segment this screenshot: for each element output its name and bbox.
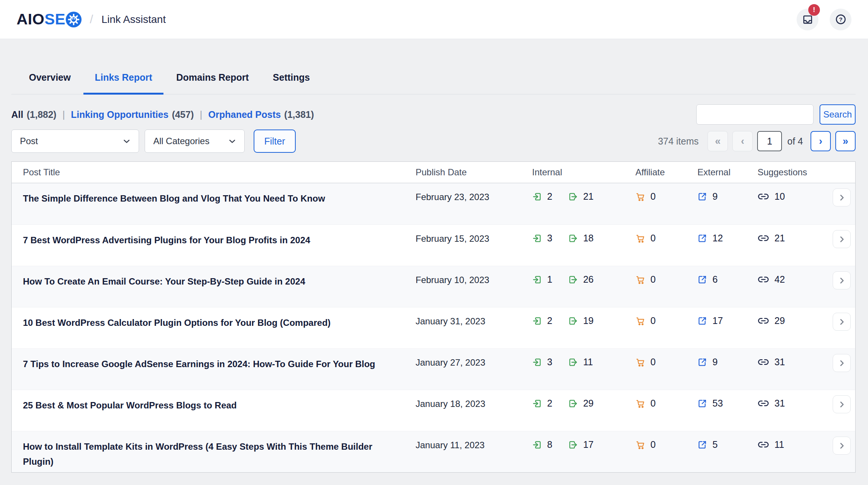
column-header-suggestions: Suggestions xyxy=(758,167,833,178)
internal-links-cell: 221 xyxy=(532,191,635,202)
external-link-icon xyxy=(697,192,707,202)
view-separator: | xyxy=(62,109,65,120)
suggestions-count: 11 xyxy=(774,439,784,450)
column-header-publish-date: Publish Date xyxy=(416,167,532,178)
affiliate-count: 0 xyxy=(650,439,656,450)
suggestions-link-icon xyxy=(758,400,769,407)
external-count: 53 xyxy=(712,398,723,409)
external-links-cell: 17 xyxy=(697,315,758,326)
suggestions-cell: 42 xyxy=(758,274,833,285)
post-title-link[interactable]: 7 Tips to Increase Google AdSense Earnin… xyxy=(12,357,416,372)
items-count: 374 items xyxy=(658,136,699,147)
column-header-external: External xyxy=(697,167,758,178)
internal-outbound-icon-pair: 19 xyxy=(568,315,594,326)
suggestions-count: 21 xyxy=(774,233,785,244)
publish-date: January 31, 2023 xyxy=(416,315,532,327)
internal-outbound-count: 26 xyxy=(583,274,594,285)
publish-date: February 10, 2023 xyxy=(416,274,532,286)
external-links-cell: 53 xyxy=(697,398,758,409)
pagination-next-button[interactable]: › xyxy=(811,131,831,151)
row-expand-button[interactable] xyxy=(833,437,851,455)
pagination-total-label: of 4 xyxy=(787,136,803,147)
search-input[interactable] xyxy=(696,104,814,125)
help-button[interactable]: ? xyxy=(830,9,851,30)
row-expand-button[interactable] xyxy=(833,271,851,289)
publish-date: February 23, 2023 xyxy=(416,191,532,203)
tab-links-report[interactable]: Links Report xyxy=(83,72,163,95)
external-count: 6 xyxy=(712,274,718,285)
suggestions-link-icon xyxy=(758,235,769,242)
svg-text:?: ? xyxy=(839,16,842,23)
suggestions-cell: 29 xyxy=(758,315,833,326)
table-row: The Simple Difference Between Blog and V… xyxy=(12,183,855,224)
post-title-link[interactable]: 7 Best WordPress Advertising Plugins for… xyxy=(12,233,416,248)
row-expand-button[interactable] xyxy=(833,188,851,206)
pagination-last-button[interactable]: » xyxy=(835,131,856,151)
search-button[interactable]: Search xyxy=(820,104,856,125)
internal-outbound-icon xyxy=(568,440,578,450)
table-row: 10 Best WordPress Calculator Plugin Opti… xyxy=(12,307,855,348)
pagination-first-button: « xyxy=(708,131,728,151)
row-expand-button[interactable] xyxy=(833,230,851,248)
pagination-page-input[interactable] xyxy=(757,131,782,151)
post-type-select[interactable]: Post xyxy=(11,130,139,153)
external-count: 17 xyxy=(712,315,723,326)
affiliate-cart-icon xyxy=(635,233,645,243)
affiliate-count: 0 xyxy=(650,357,656,368)
notification-badge: ! xyxy=(808,4,820,16)
chevron-right-icon xyxy=(838,276,846,285)
external-link-icon-pair: 6 xyxy=(697,274,718,285)
internal-inbound-count: 1 xyxy=(547,274,552,285)
internal-links-cell: 311 xyxy=(532,357,635,368)
external-link-icon xyxy=(697,440,707,450)
view-orphaned-posts-link[interactable]: Orphaned Posts xyxy=(208,109,281,120)
affiliate-cart-icon xyxy=(635,316,645,326)
internal-inbound-count: 3 xyxy=(547,233,552,244)
suggestions-cell: 11 xyxy=(758,439,833,450)
suggestions-link-icon-pair: 31 xyxy=(758,357,785,368)
gear-logo-icon xyxy=(66,12,82,27)
chevron-right-icon xyxy=(838,400,846,409)
category-select[interactable]: All Categories xyxy=(145,130,245,153)
view-linking-opportunities-count: (457) xyxy=(172,109,194,120)
post-title-link[interactable]: 25 Best & Most Popular WordPress Blogs t… xyxy=(12,398,416,413)
internal-outbound-count: 11 xyxy=(583,357,593,368)
affiliate-links-cell: 0 xyxy=(635,315,697,326)
tab-overview[interactable]: Overview xyxy=(18,72,82,95)
post-title-link[interactable]: The Simple Difference Between Blog and V… xyxy=(12,191,416,206)
table-header-row: Post Title Publish Date Internal Affilia… xyxy=(12,162,855,183)
internal-inbound-icon-pair: 2 xyxy=(532,315,552,326)
post-title-link[interactable]: How to Install Template Kits in WordPres… xyxy=(12,439,416,469)
affiliate-count: 0 xyxy=(650,398,656,409)
table-row: How to Install Template Kits in WordPres… xyxy=(12,431,855,472)
table-row: 25 Best & Most Popular WordPress Blogs t… xyxy=(12,390,855,431)
filter-button[interactable]: Filter xyxy=(254,130,296,153)
internal-links-cell: 126 xyxy=(532,274,635,285)
view-linking-opportunities-link[interactable]: Linking Opportunities xyxy=(71,109,169,120)
external-links-cell: 9 xyxy=(697,191,758,202)
post-title-link[interactable]: How To Create An Email Course: Your Step… xyxy=(12,274,416,289)
internal-outbound-icon xyxy=(568,233,578,243)
pagination-prev-button: ‹ xyxy=(732,131,753,151)
internal-inbound-icon-pair: 2 xyxy=(532,398,552,409)
aioseo-logo[interactable]: AIOSE xyxy=(17,11,82,28)
suggestions-count: 10 xyxy=(774,191,785,202)
affiliate-cart-icon-pair: 0 xyxy=(635,191,656,202)
affiliate-cart-icon-pair: 0 xyxy=(635,398,656,409)
row-expand-button[interactable] xyxy=(833,395,851,413)
post-title-link[interactable]: 10 Best WordPress Calculator Plugin Opti… xyxy=(12,315,416,330)
internal-outbound-icon xyxy=(568,275,578,285)
view-separator: | xyxy=(200,109,203,120)
row-expand-button[interactable] xyxy=(833,313,851,331)
notifications-button[interactable]: ! xyxy=(797,9,818,30)
internal-inbound-icon xyxy=(532,316,542,326)
internal-outbound-icon-pair: 17 xyxy=(568,439,594,450)
tab-settings[interactable]: Settings xyxy=(262,72,321,95)
affiliate-links-cell: 0 xyxy=(635,439,697,450)
external-link-icon xyxy=(697,316,707,326)
view-all-link[interactable]: All xyxy=(11,109,23,120)
tab-domains-report[interactable]: Domains Report xyxy=(165,72,260,95)
affiliate-links-cell: 0 xyxy=(635,398,697,409)
row-expand-button[interactable] xyxy=(833,354,851,372)
internal-inbound-icon-pair: 1 xyxy=(532,274,552,285)
